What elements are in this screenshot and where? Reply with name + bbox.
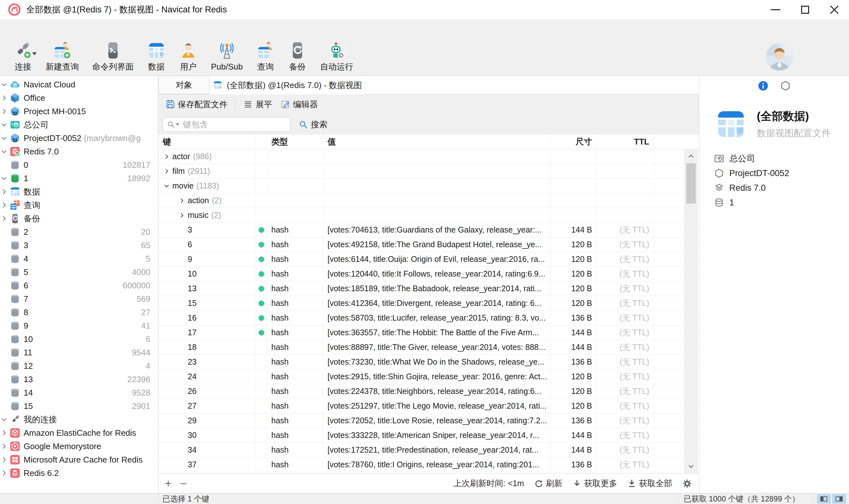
tree-item[interactable]: 0 102817 xyxy=(0,158,158,172)
chevron-icon[interactable] xyxy=(163,153,171,160)
chevron-icon[interactable] xyxy=(163,167,171,175)
key-row[interactable]: 3 hash [votes:704613, title:Guardians of… xyxy=(158,223,699,237)
toolbar-button[interactable]: 查询 xyxy=(250,38,282,76)
key-row[interactable]: 30 hash [votes:333228, title:American Sn… xyxy=(158,428,699,443)
chevron-icon[interactable] xyxy=(163,182,171,190)
toolbar-button[interactable]: 命令列界面 xyxy=(86,38,140,76)
tab-data-view[interactable]: (全部数据) @1(Redis 7.0) - 数据视图 xyxy=(210,76,366,94)
tree-item[interactable]: 13 22396 xyxy=(0,373,158,386)
tree-item[interactable]: 总公司 xyxy=(0,118,158,131)
key-row[interactable]: 23 hash [votes:73230, title:What We Do i… xyxy=(158,355,699,370)
chevron-icon[interactable] xyxy=(0,415,8,424)
flatten-button[interactable]: 展平 xyxy=(240,99,276,110)
tree-item[interactable]: 2 20 xyxy=(0,225,158,239)
chevron-icon[interactable] xyxy=(0,107,8,115)
tree-item[interactable]: Redis 7.0 xyxy=(0,145,158,158)
key-row[interactable]: 27 hash [votes:251297, title:The Lego Mo… xyxy=(158,399,699,413)
tree-item[interactable]: 10 6 xyxy=(0,332,158,346)
toolbar-button[interactable]: 连接 xyxy=(7,38,39,76)
toggle-right-panel-button[interactable] xyxy=(832,494,846,503)
chevron-icon[interactable] xyxy=(178,197,186,204)
tree-item[interactable]: Amazon ElastiCache for Redis xyxy=(0,426,158,439)
delete-key-button[interactable]: − xyxy=(179,478,188,489)
add-key-button[interactable]: + xyxy=(163,478,173,489)
toggle-left-panel-button[interactable] xyxy=(817,494,831,503)
info-tab-button[interactable] xyxy=(758,80,768,91)
search-button[interactable]: 搜索 xyxy=(299,119,328,130)
project-tab-button[interactable] xyxy=(780,80,791,91)
tree-item[interactable]: 查询 xyxy=(0,198,158,212)
tab-objects[interactable]: 对象 xyxy=(158,76,210,94)
refresh-button[interactable]: 刷新 xyxy=(534,478,562,489)
key-group-row[interactable]: film (2911) xyxy=(158,164,699,179)
tree-item[interactable]: 9 41 xyxy=(0,319,158,332)
chevron-icon[interactable] xyxy=(0,201,8,209)
tree-item[interactable]: 备份 xyxy=(0,212,158,225)
tree-item[interactable]: ProjectDT-0052 (marybrown@g xyxy=(0,131,158,145)
fetch-more-button[interactable]: 获取更多 xyxy=(572,478,617,489)
key-row[interactable]: 29 hash [votes:72052, title:Love Rosie, … xyxy=(158,413,699,428)
search-options-caret-icon[interactable] xyxy=(176,123,179,125)
key-group-row[interactable]: movie (1183) xyxy=(158,179,699,193)
toolbar-button[interactable]: 新建查询 xyxy=(39,38,86,76)
tree-item[interactable]: 7 569 xyxy=(0,292,158,306)
chevron-icon[interactable] xyxy=(0,134,8,142)
chevron-icon[interactable] xyxy=(0,174,8,182)
tree-item[interactable]: 14 9528 xyxy=(0,386,158,399)
editor-button[interactable]: 编辑器 xyxy=(277,99,321,110)
tree-item[interactable]: 4 5 xyxy=(0,252,158,265)
key-row[interactable]: 18 hash [votes:88897, title:The Giver, r… xyxy=(158,340,699,355)
maximize-button[interactable] xyxy=(790,0,820,19)
toolbar-button[interactable]: 用户 xyxy=(172,38,204,76)
fetch-settings-button[interactable] xyxy=(683,479,692,488)
chevron-icon[interactable] xyxy=(0,121,8,129)
tree-item[interactable]: 12 4 xyxy=(0,359,158,373)
chevron-icon[interactable] xyxy=(0,94,8,102)
chevron-icon[interactable] xyxy=(0,214,8,223)
chevron-icon[interactable] xyxy=(0,442,8,450)
key-group-row[interactable]: action (2) xyxy=(158,193,699,208)
user-avatar[interactable] xyxy=(766,43,793,71)
key-row[interactable]: 15 hash [votes:412364, title:Divergent, … xyxy=(158,296,699,311)
tree-item[interactable]: 5 4000 xyxy=(0,265,158,279)
minimize-button[interactable] xyxy=(761,0,790,19)
key-row[interactable]: 17 hash [votes:363557, title:The Hobbit:… xyxy=(158,325,699,340)
chevron-icon[interactable] xyxy=(178,212,186,219)
tree-item[interactable]: 6 600000 xyxy=(0,279,158,292)
tree-item[interactable]: 8 27 xyxy=(0,306,158,319)
close-button[interactable] xyxy=(820,0,849,19)
tree-item[interactable]: Google Memorystore xyxy=(0,439,158,453)
chevron-icon[interactable] xyxy=(0,187,8,196)
key-row[interactable]: 16 hash [votes:58703, title:Lucifer, rel… xyxy=(158,311,699,325)
key-row[interactable]: 13 hash [votes:185189, title:The Babadoo… xyxy=(158,281,699,296)
tree-item[interactable]: Microsoft Azure Cache for Redis xyxy=(0,453,158,466)
tree-item[interactable]: Redis 6.2 xyxy=(0,466,158,480)
key-row[interactable]: 26 hash [votes:224378, title:Neighbors, … xyxy=(158,384,699,399)
chevron-icon[interactable] xyxy=(0,429,8,437)
save-profile-button[interactable]: 保存配置文件 xyxy=(162,99,231,110)
column-header-key[interactable]: 键 xyxy=(158,134,256,149)
toolbar-button[interactable]: 自动运行 xyxy=(314,38,360,76)
tree-item[interactable]: 15 2901 xyxy=(0,399,158,413)
key-row[interactable]: 6 hash [votes:492158, title:The Grand Bu… xyxy=(158,237,699,252)
chevron-icon[interactable] xyxy=(0,455,8,464)
key-row[interactable]: 10 hash [votes:120440, title:It Follows,… xyxy=(158,267,699,281)
tree-item[interactable]: Navicat Cloud xyxy=(0,78,158,91)
key-group-row[interactable]: music (2) xyxy=(158,208,699,223)
fetch-all-button[interactable]: 获取全部 xyxy=(627,478,672,489)
column-header-size[interactable]: 尺寸 xyxy=(551,134,597,149)
column-header-ttl[interactable]: TTL xyxy=(597,134,654,149)
key-row[interactable]: 37 hash [votes:78760, title:I Origins, r… xyxy=(158,457,699,472)
tree-item[interactable]: 1 18992 xyxy=(0,172,158,185)
chevron-icon[interactable] xyxy=(0,80,8,89)
tree-item[interactable]: 我的连接 xyxy=(0,413,158,426)
chevron-icon[interactable] xyxy=(0,147,8,156)
tree-item[interactable]: Office xyxy=(0,91,158,105)
key-group-row[interactable]: actor (986) xyxy=(158,149,699,164)
toolbar-button[interactable]: Pub/Sub xyxy=(204,38,250,76)
vertical-scrollbar[interactable] xyxy=(684,149,698,473)
key-row[interactable]: 9 hash [votes:6144, title:Ouija: Origin … xyxy=(158,252,699,267)
chevron-icon[interactable] xyxy=(0,469,8,477)
key-filter-input[interactable]: 键包含 xyxy=(163,117,290,132)
column-header-value[interactable]: 值 xyxy=(323,134,551,149)
